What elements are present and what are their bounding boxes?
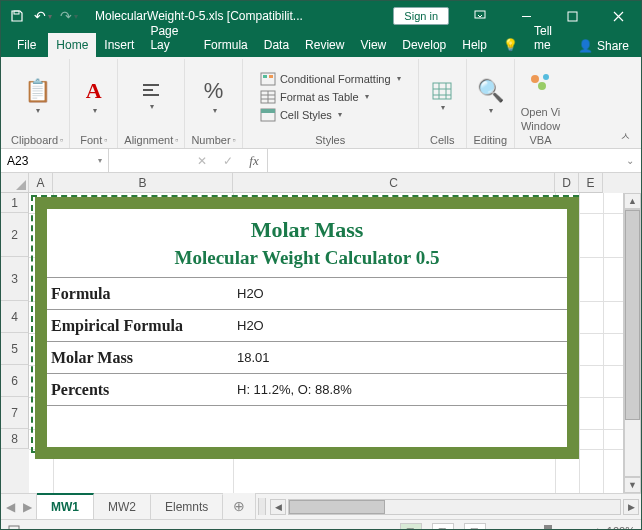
conditional-formatting-icon xyxy=(260,72,276,86)
sheet-nav-next-icon[interactable]: ▶ xyxy=(23,500,32,514)
tab-formulas[interactable]: Formula xyxy=(196,33,256,57)
cell-styles-button[interactable]: Cell Styles▾ xyxy=(256,107,346,123)
view-normal-icon[interactable]: ▦ xyxy=(400,523,422,531)
zoom-in-icon[interactable]: + xyxy=(594,525,600,531)
col-header-e[interactable]: E xyxy=(579,173,603,193)
tab-data[interactable]: Data xyxy=(256,33,297,57)
ribbon-tabs: File Home Insert Page Lay Formula Data R… xyxy=(1,31,641,57)
ribbon: 📋▾ Clipboard▫ A▾ Font▫ ▾ Alignment▫ %▾ N… xyxy=(1,57,641,149)
group-number: %▾ Number▫ xyxy=(185,59,242,148)
tab-page-layout[interactable]: Page Lay xyxy=(142,19,195,57)
zoom-out-icon[interactable]: − xyxy=(496,525,502,531)
share-button[interactable]: 👤Share xyxy=(570,39,637,57)
save-icon[interactable] xyxy=(5,4,29,28)
banner-title: Molar Mass xyxy=(47,209,567,245)
col-header-a[interactable]: A xyxy=(29,173,53,193)
molarmass-label: Molar Mass xyxy=(47,349,233,367)
cell-area[interactable]: Molar Mass Molecular Weight Calculator 0… xyxy=(29,193,623,493)
tab-insert[interactable]: Insert xyxy=(96,33,142,57)
tab-file[interactable]: File xyxy=(5,33,48,57)
share-icon: 👤 xyxy=(578,39,593,53)
empirical-value[interactable]: H2O xyxy=(233,318,567,333)
tell-me-bulb-icon[interactable]: 💡 xyxy=(495,33,526,57)
enter-formula-icon[interactable]: ✓ xyxy=(215,154,241,168)
tab-home[interactable]: Home xyxy=(48,33,96,57)
sheet-tab-mw1[interactable]: MW1 xyxy=(37,493,94,519)
vscroll-thumb[interactable] xyxy=(625,210,640,420)
font-launcher-icon[interactable]: ▫ xyxy=(104,135,107,145)
font-icon[interactable]: A xyxy=(86,78,102,104)
formula-value[interactable]: H2O xyxy=(233,286,567,301)
row-header-6[interactable]: 6 xyxy=(1,365,29,397)
formula-bar-row: A23▾ ✕ ✓ fx ⌄ xyxy=(1,149,641,173)
empirical-label: Empirical Formula xyxy=(47,317,233,335)
group-styles: Conditional Formatting▾ Format as Table▾… xyxy=(243,59,419,148)
view-pagebreak-icon[interactable]: ▤ xyxy=(464,523,486,531)
worksheet-grid: A B C D E 1 2 3 4 5 6 7 8 xyxy=(1,173,641,493)
row-header-3[interactable]: 3 xyxy=(1,257,29,301)
cell-styles-icon xyxy=(260,108,276,122)
svg-rect-4 xyxy=(263,75,267,78)
tab-help[interactable]: Help xyxy=(454,33,495,57)
row-header-4[interactable]: 4 xyxy=(1,301,29,333)
group-font: A▾ Font▫ xyxy=(70,59,118,148)
molarmass-value[interactable]: 18.01 xyxy=(233,350,567,365)
sheet-tab-elements[interactable]: Elemnts xyxy=(151,494,223,519)
format-as-table-button[interactable]: Format as Table▾ xyxy=(256,89,373,105)
zoom-level[interactable]: 100% xyxy=(607,525,635,531)
svg-rect-13 xyxy=(9,526,19,531)
col-header-d[interactable]: D xyxy=(555,173,579,193)
svg-point-11 xyxy=(543,74,549,80)
macro-record-icon[interactable] xyxy=(7,524,21,531)
scroll-right-icon[interactable]: ▶ xyxy=(623,499,639,515)
banner-subtitle: Molecular Weight Calculator 0.5 xyxy=(47,245,567,277)
editing-icon[interactable]: 🔍 xyxy=(477,78,504,104)
cancel-formula-icon[interactable]: ✕ xyxy=(189,154,215,168)
number-launcher-icon[interactable]: ▫ xyxy=(233,135,236,145)
status-bar: ▦ ▥ ▤ − + 100% xyxy=(1,519,641,530)
ribbon-options-icon[interactable] xyxy=(457,1,503,31)
conditional-formatting-button[interactable]: Conditional Formatting▾ xyxy=(256,71,405,87)
sheet-tab-mw2[interactable]: MW2 xyxy=(94,494,151,519)
row-header-5[interactable]: 5 xyxy=(1,333,29,365)
scroll-up-icon[interactable]: ▲ xyxy=(624,193,641,209)
clipboard-launcher-icon[interactable]: ▫ xyxy=(60,135,63,145)
percents-value[interactable]: H: 11.2%, O: 88.8% xyxy=(233,382,567,397)
redo-icon[interactable]: ↷▾ xyxy=(57,4,81,28)
view-pagelayout-icon[interactable]: ▥ xyxy=(432,523,454,531)
tab-review[interactable]: Review xyxy=(297,33,352,57)
row-header-1[interactable]: 1 xyxy=(1,193,29,213)
group-clipboard: 📋▾ Clipboard▫ xyxy=(5,59,70,148)
tab-scroll-split[interactable] xyxy=(258,498,266,515)
row-header-7[interactable]: 7 xyxy=(1,397,29,429)
scroll-down-icon[interactable]: ▼ xyxy=(624,477,641,493)
tab-developer[interactable]: Develop xyxy=(394,33,454,57)
undo-icon[interactable]: ↶▾ xyxy=(31,4,55,28)
collapse-ribbon-icon[interactable]: ㅅ xyxy=(614,127,637,146)
alignment-icon[interactable] xyxy=(141,82,161,100)
number-icon[interactable]: % xyxy=(204,78,224,104)
expand-formula-bar-icon[interactable]: ⌄ xyxy=(619,149,641,172)
row-header-8[interactable]: 8 xyxy=(1,429,29,449)
group-editing: 🔍▾ Editing xyxy=(467,59,515,148)
close-icon[interactable] xyxy=(595,1,641,31)
col-header-c[interactable]: C xyxy=(233,173,555,193)
fx-icon[interactable]: fx xyxy=(241,153,267,169)
tab-view[interactable]: View xyxy=(352,33,394,57)
sign-in-button[interactable]: Sign in xyxy=(393,7,449,25)
vba-icon[interactable] xyxy=(528,71,554,93)
select-all-corner[interactable] xyxy=(1,173,29,193)
row-header-2[interactable]: 2 xyxy=(1,213,29,257)
svg-rect-9 xyxy=(433,83,451,99)
col-header-b[interactable]: B xyxy=(53,173,233,193)
paste-icon[interactable]: 📋 xyxy=(24,78,51,104)
name-box[interactable]: A23▾ xyxy=(1,149,109,172)
scroll-left-icon[interactable]: ◀ xyxy=(270,499,286,515)
alignment-launcher-icon[interactable]: ▫ xyxy=(175,135,178,145)
tell-me[interactable]: Tell me xyxy=(526,19,570,57)
hscroll-thumb[interactable] xyxy=(289,500,385,514)
add-sheet-icon[interactable]: ⊕ xyxy=(223,492,256,519)
cells-icon[interactable] xyxy=(431,81,453,101)
formula-bar[interactable] xyxy=(268,149,619,172)
sheet-nav-prev-icon[interactable]: ◀ xyxy=(6,500,15,514)
